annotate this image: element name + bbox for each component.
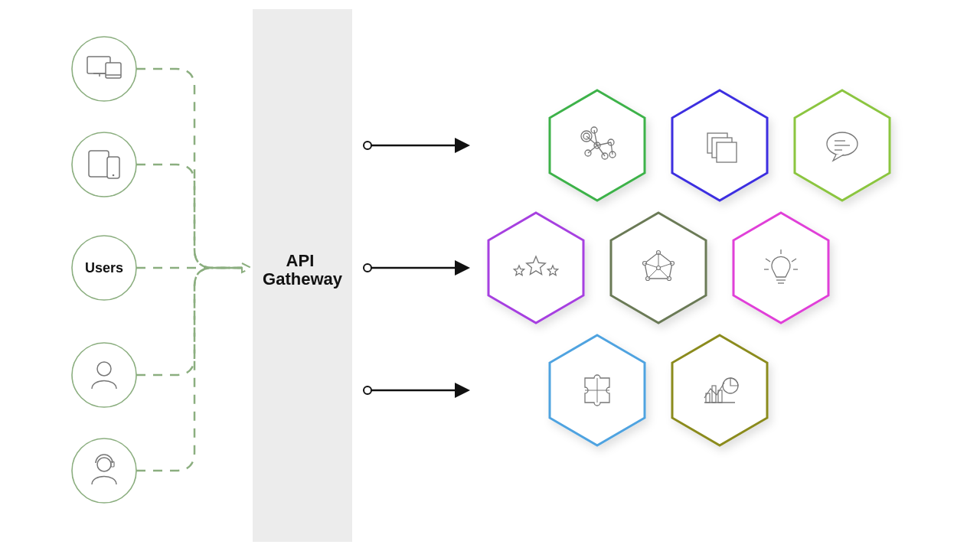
user-node [72, 132, 136, 197]
user-node [72, 343, 136, 407]
arrow-origin [364, 386, 371, 394]
user-connector [136, 268, 242, 471]
service-hexagon [611, 213, 706, 323]
svg-point-12 [72, 343, 136, 407]
svg-point-7 [72, 132, 136, 197]
layers-icon [707, 133, 737, 162]
svg-marker-55 [733, 213, 828, 323]
user-node [72, 439, 136, 503]
user-connector [136, 268, 242, 375]
user-node [72, 37, 136, 101]
svg-point-10 [113, 174, 115, 177]
service-hexagon [733, 213, 828, 323]
arrow-origin [364, 142, 371, 149]
api-gateway-diagram: API Gatheway Users [0, 0, 980, 551]
arrow-origin [364, 264, 371, 272]
svg-point-54 [657, 266, 661, 270]
users-label-text: Users [85, 260, 123, 276]
service-hexagon [795, 90, 890, 201]
user-arrowhead [242, 263, 251, 272]
user-connector [136, 165, 242, 268]
service-hexagon [488, 213, 583, 323]
user-node: Users [72, 236, 136, 300]
service-hexagon [672, 90, 767, 201]
service-hexagon [550, 335, 645, 445]
svg-point-1 [72, 37, 136, 101]
svg-marker-42 [488, 213, 583, 323]
svg-rect-36 [717, 142, 737, 162]
service-hexagon [672, 335, 767, 445]
service-hexagon [550, 90, 645, 201]
svg-rect-5 [106, 63, 121, 78]
svg-point-14 [72, 439, 136, 503]
